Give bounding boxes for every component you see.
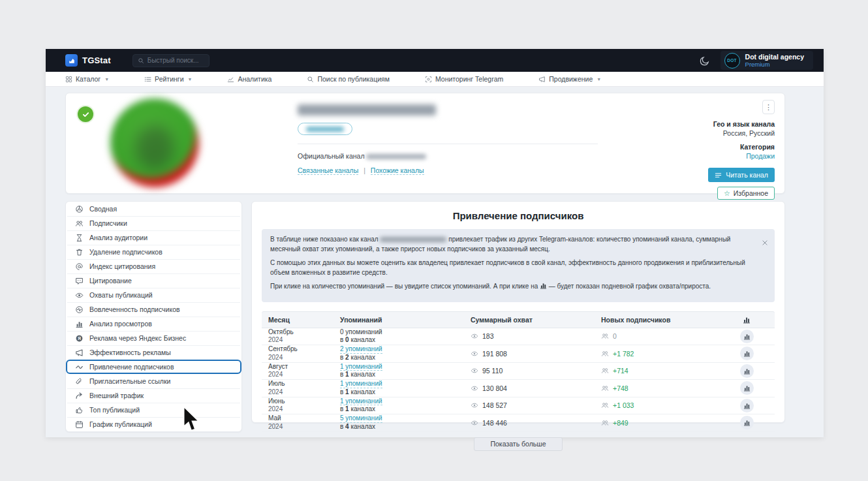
table-row: Сентябрь 2024 2 упоминаний в 2 каналах 1… <box>262 345 775 363</box>
cell-month: Июль <box>268 380 340 388</box>
quick-search[interactable] <box>132 54 209 67</box>
table-header-row: Месяц Упоминаний Суммарный охват Новых п… <box>262 311 775 328</box>
channel-options-kebab-button[interactable]: ⋮ <box>762 100 775 114</box>
cell-month: Октябрь <box>268 328 340 337</box>
channel-description: Официальный канал <box>298 152 663 160</box>
chevron-down-icon: ▼ <box>188 77 193 82</box>
geo-language-label: Гео и язык канала <box>713 120 775 128</box>
daily-chart-button[interactable] <box>740 330 754 343</box>
user-avatar: DOT <box>724 53 740 69</box>
grid-icon <box>65 76 72 83</box>
nav-item-рейтинги[interactable]: Рейтинги ▼ <box>144 75 192 83</box>
monitor-icon <box>425 76 432 83</box>
divider <box>298 144 598 144</box>
read-channel-button[interactable]: Читать канал <box>708 168 775 182</box>
daily-chart-button[interactable] <box>740 364 754 378</box>
sidebar-item[interactable]: Подписчики <box>66 216 241 230</box>
eye-icon <box>471 384 478 392</box>
star-icon: ☆ <box>724 189 730 198</box>
users-icon <box>601 350 609 358</box>
chart-bars-icon <box>743 350 751 357</box>
trash-icon <box>75 248 84 256</box>
info-banner: В таблице ниже показано как канал привле… <box>262 229 775 302</box>
sidebar-item[interactable]: График публикаций <box>66 417 241 431</box>
sidebar-item[interactable]: Сводная <box>66 202 241 216</box>
daily-chart-button[interactable] <box>740 416 754 429</box>
telegram-icon <box>715 172 722 179</box>
cell-month: Сентябрь <box>268 345 340 354</box>
mentions-count-link[interactable]: 1 упоминаний <box>340 380 382 388</box>
engagement-icon <box>75 305 84 314</box>
chartline-icon <box>227 76 234 83</box>
yandex-icon: Я <box>75 334 84 343</box>
sidebar-item[interactable]: Эффективность рекламы <box>66 345 241 360</box>
nav-item-поиск-по-публикациям[interactable]: Поиск по публикациям <box>307 75 390 83</box>
thumb-icon <box>75 406 84 414</box>
eye-icon <box>471 367 478 375</box>
channels-count: в 4 каналах <box>340 423 471 431</box>
sidebar-item[interactable]: Охваты публикаций <box>66 288 241 302</box>
top-bar: TGStat DOT Dot digital agency Premium <box>46 49 824 72</box>
sidebar-item[interactable]: Анализ аудитории <box>66 230 241 245</box>
users-icon <box>601 419 609 427</box>
close-icon[interactable] <box>762 237 768 243</box>
sidebar-item[interactable]: Удаление подписчиков <box>66 245 241 259</box>
daily-chart-button[interactable] <box>740 347 754 360</box>
channels-count: в 1 каналах <box>340 371 471 379</box>
nav-item-аналитика[interactable]: Аналитика <box>227 75 271 83</box>
users-icon <box>75 219 84 228</box>
sidebar-item[interactable]: Цитирование <box>66 273 241 288</box>
svg-text:Я: Я <box>78 335 81 340</box>
sidebar-item[interactable]: Топ публикаций <box>66 403 241 417</box>
eye-icon <box>471 350 478 358</box>
similar-channels-link[interactable]: Похожие каналы <box>371 166 424 175</box>
megaphone-icon <box>75 349 84 357</box>
geo-language-value: Россия, Русский <box>723 129 775 137</box>
sidebar-item[interactable]: Я Реклама через Яндекс Бизнес <box>66 331 241 345</box>
mentions-count-link[interactable]: 5 упоминаний <box>340 414 382 423</box>
search-icon <box>138 57 144 64</box>
main-nav: Каталог ▼ Рейтинги ▼ Аналитика Поиск по … <box>46 72 824 87</box>
nav-item-каталог[interactable]: Каталог ▼ <box>65 75 109 83</box>
show-more-button[interactable]: Показать больше <box>474 437 562 451</box>
sidebar-item[interactable]: Индекс цитирования <box>66 259 241 273</box>
sidebar-item[interactable]: Анализ просмотров <box>66 317 241 331</box>
subscriber-acquisition-panel: Привлечение подписчиков В таблице ниже п… <box>251 201 785 423</box>
related-channels-link[interactable]: Связанные каналы <box>298 166 358 175</box>
sidebar-item[interactable]: Привлечение подписчиков <box>66 360 241 374</box>
mentions-count-link[interactable]: 1 упоминаний <box>340 363 382 371</box>
table-row: Июнь 2024 1 упоминаний в 1 каналах 148 5… <box>262 397 775 415</box>
search-input[interactable] <box>147 57 204 64</box>
daily-chart-button[interactable] <box>740 399 754 412</box>
nav-item-продвижение[interactable]: Продвижение ▼ <box>538 75 601 83</box>
sidebar-item[interactable]: Внешний трафик <box>66 388 241 403</box>
eye-icon <box>471 332 478 340</box>
channels-count: в 1 каналах <box>340 388 471 397</box>
category-link[interactable]: Продажи <box>746 152 775 160</box>
favorite-button[interactable]: ☆ Избранное <box>717 187 775 200</box>
user-name: Dot digital agency <box>745 53 804 61</box>
channel-header-card: Официальный канал Связанные каналы | Пох… <box>65 93 785 194</box>
daily-chart-button[interactable] <box>740 381 754 395</box>
dark-mode-toggle-icon[interactable] <box>700 55 710 66</box>
official-channel-name-redacted <box>366 154 426 159</box>
channel-sections-sidebar: Сводная Подписчики Анализ аудитории Удал… <box>65 201 242 432</box>
eye-icon <box>471 419 478 427</box>
cell-month: Август <box>268 363 340 371</box>
channel-username-badge-redacted[interactable] <box>298 123 352 135</box>
mentions-count-link[interactable]: 1 упоминаний <box>340 397 382 406</box>
users-icon <box>601 384 609 392</box>
user-account-menu[interactable]: DOT Dot digital agency Premium <box>721 51 813 70</box>
nav-item-мониторинг-telegram[interactable]: Мониторинг Telegram <box>425 75 503 83</box>
tgstat-logo[interactable]: TGStat <box>65 54 111 67</box>
mentions-table: Месяц Упоминаний Суммарный охват Новых п… <box>262 311 775 432</box>
sidebar-item[interactable]: Пригласительные ссылки <box>66 374 241 388</box>
reach-value: 148 446 <box>482 419 507 427</box>
new-subscribers-value: +1 782 <box>613 350 634 358</box>
mentions-count-link[interactable]: 2 упоминаний <box>340 345 382 354</box>
new-subscribers-value: 0 <box>613 332 617 340</box>
chart-bars-icon <box>743 316 751 324</box>
reach-value: 95 110 <box>482 367 503 375</box>
sidebar-item[interactable]: Вовлеченность подписчиков <box>66 302 241 317</box>
cell-year: 2024 <box>268 405 340 414</box>
